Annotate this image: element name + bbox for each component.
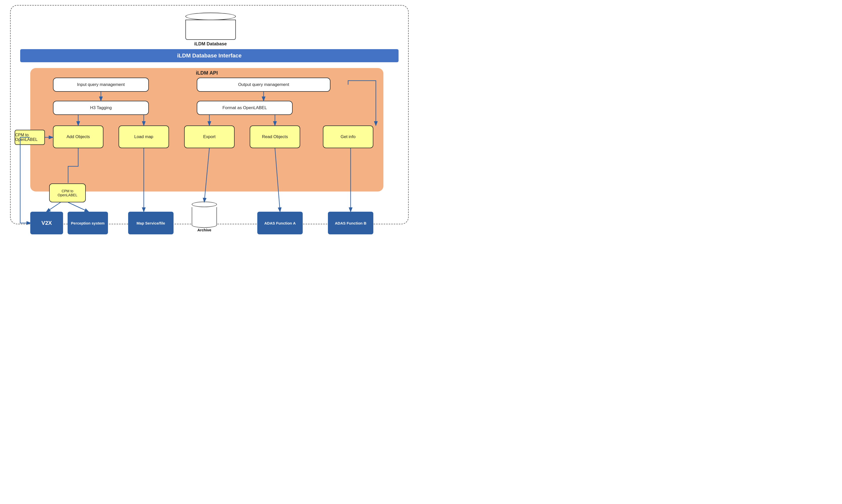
cpm-openlabel-box[interactable]: CPM to OpenLABEL: [49, 183, 86, 202]
format-openlabel-box: Format as OpenLABEL: [197, 101, 293, 115]
adas-a-box: ADAS Function A: [257, 212, 303, 234]
add-objects-box[interactable]: Add Objects: [53, 126, 103, 148]
archive-cylinder: [192, 202, 217, 228]
adas-b-box: ADAS Function B: [328, 212, 373, 234]
cylinder-top: [185, 13, 236, 20]
configure-box[interactable]: CPM to OpenLABEL: [15, 130, 45, 145]
api-label: iLDM API: [0, 70, 414, 76]
export-box[interactable]: Export: [184, 126, 235, 148]
get-info-box[interactable]: Get info: [323, 126, 373, 148]
blue-header-bar: iLDM Database Interface: [20, 49, 398, 62]
perception-box: Perception system: [68, 212, 108, 234]
v2x-box: V2X: [30, 212, 63, 234]
diagram-container: iLDM Database iLDM Database Interface iL…: [0, 0, 421, 252]
blue-header-label: iLDM Database Interface: [177, 52, 242, 59]
database-cylinder: iLDM Database: [185, 12, 236, 47]
input-query-box: Input query management: [53, 78, 149, 92]
h3-tagging-box: H3 Tagging: [53, 101, 149, 115]
archive-label: Archive: [192, 228, 217, 232]
database-label: iLDM Database: [185, 41, 236, 47]
load-map-box[interactable]: Load map: [119, 126, 169, 148]
map-service-box: Map Service/file: [128, 212, 174, 234]
cylinder-body: [185, 20, 236, 40]
read-objects-box[interactable]: Read Objects: [250, 126, 300, 148]
output-query-box: Output query management: [197, 78, 330, 92]
